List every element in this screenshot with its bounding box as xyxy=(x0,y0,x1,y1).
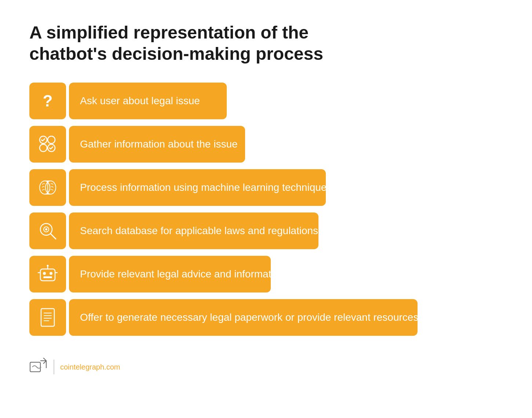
page-title: A simplified representation of the chatb… xyxy=(29,22,360,64)
step-2-label-box: Gather information about the issue xyxy=(69,126,245,163)
step-3-icon-box xyxy=(29,169,66,206)
filter-icon xyxy=(37,133,59,155)
svg-point-12 xyxy=(45,228,47,230)
step-3-label-box: Process information using machine learni… xyxy=(69,169,326,206)
step-row: Search database for applicable laws and … xyxy=(29,212,503,249)
steps-list: ? Ask user about legal issue Gather info… xyxy=(29,83,503,336)
step-4-label-box: Search database for applicable laws and … xyxy=(69,212,318,249)
svg-rect-14 xyxy=(40,269,55,281)
svg-point-3 xyxy=(40,144,47,152)
svg-point-5 xyxy=(40,181,50,194)
step-4-icon-box xyxy=(29,212,66,249)
step-5-label-box: Provide relevant legal advice and inform… xyxy=(69,256,271,292)
step-6-icon-box xyxy=(29,299,66,336)
search-eye-icon xyxy=(37,220,59,242)
svg-line-13 xyxy=(51,234,56,239)
step-1-label: Ask user about legal issue xyxy=(80,95,200,107)
step-4-label: Search database for applicable laws and … xyxy=(80,225,318,237)
step-row: Provide relevant legal advice and inform… xyxy=(29,256,503,292)
svg-rect-17 xyxy=(43,276,52,278)
brain-icon xyxy=(37,177,59,199)
svg-text:?: ? xyxy=(43,92,53,110)
step-6-label-box: Offer to generate necessary legal paperw… xyxy=(69,299,418,336)
svg-point-16 xyxy=(50,272,52,275)
footer-website: cointelegraph.com xyxy=(60,363,120,371)
step-6-label: Offer to generate necessary legal paperw… xyxy=(80,312,418,323)
step-2-label: Gather information about the issue xyxy=(80,138,238,150)
step-1-icon-box: ? xyxy=(29,83,66,119)
step-row: Gather information about the issue xyxy=(29,126,503,163)
svg-point-6 xyxy=(45,181,56,194)
step-5-icon-box xyxy=(29,256,66,292)
step-row: Offer to generate necessary legal paperw… xyxy=(29,299,503,336)
step-row: Process information using machine learni… xyxy=(29,169,503,206)
svg-rect-22 xyxy=(41,309,54,326)
footer-logo xyxy=(29,358,48,376)
svg-point-15 xyxy=(43,272,46,275)
svg-point-2 xyxy=(48,136,55,143)
question-icon: ? xyxy=(37,90,59,112)
svg-point-19 xyxy=(47,265,49,267)
step-5-label: Provide relevant legal advice and inform… xyxy=(80,268,285,280)
footer-divider xyxy=(54,360,54,374)
step-row: ? Ask user about legal issue xyxy=(29,83,503,119)
robot-icon xyxy=(37,263,59,285)
step-1-label-box: Ask user about legal issue xyxy=(69,83,227,119)
footer: cointelegraph.com xyxy=(29,358,503,376)
step-3-label: Process information using machine learni… xyxy=(80,182,332,193)
svg-rect-27 xyxy=(30,362,40,372)
step-2-icon-box xyxy=(29,126,66,163)
document-icon xyxy=(37,306,59,328)
